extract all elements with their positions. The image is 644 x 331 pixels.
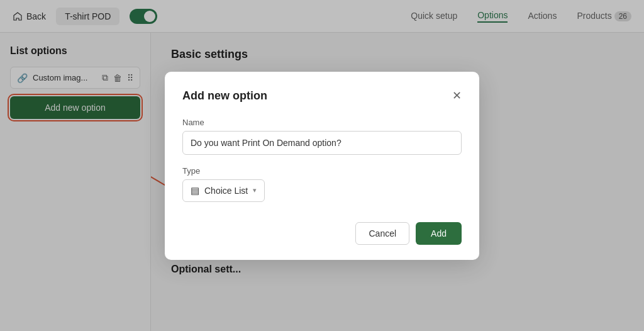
type-value-text: Choice List bbox=[204, 186, 248, 196]
cancel-button[interactable]: Cancel bbox=[355, 222, 409, 245]
modal-name-label: Name bbox=[182, 118, 462, 127]
close-modal-button[interactable]: ✕ bbox=[452, 90, 462, 101]
choice-list-icon: ▤ bbox=[191, 185, 199, 196]
add-new-option-modal: Add new option ✕ Name Type ▤ Choice List… bbox=[165, 72, 479, 260]
modal-type-selector[interactable]: ▤ Choice List ▾ bbox=[182, 179, 265, 202]
modal-footer: Cancel Add bbox=[182, 222, 462, 245]
modal-header: Add new option ✕ bbox=[182, 89, 462, 103]
add-button[interactable]: Add bbox=[416, 222, 462, 245]
chevron-down-icon: ▾ bbox=[253, 186, 257, 194]
modal-overlay: Add new option ✕ Name Type ▤ Choice List… bbox=[0, 0, 644, 331]
modal-name-input[interactable] bbox=[182, 131, 462, 155]
modal-type-label: Type bbox=[182, 166, 462, 176]
modal-title: Add new option bbox=[182, 89, 267, 103]
